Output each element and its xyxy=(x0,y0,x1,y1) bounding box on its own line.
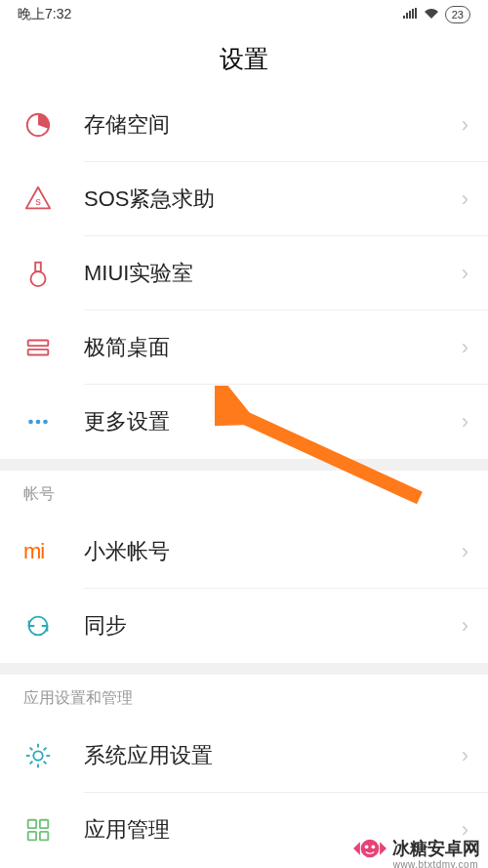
svg-point-25 xyxy=(372,845,376,848)
svg-point-23 xyxy=(361,840,380,858)
svg-line-17 xyxy=(44,748,47,751)
row-storage[interactable]: 存储空间 › xyxy=(0,88,488,162)
mi-logo-icon: mi xyxy=(23,539,84,564)
svg-point-24 xyxy=(365,845,369,848)
svg-rect-19 xyxy=(40,820,48,828)
watermark-text: 冰糖安卓网 xyxy=(392,837,480,860)
row-label: MIUI实验室 xyxy=(84,259,462,288)
row-label: 小米帐号 xyxy=(84,537,462,566)
row-mi-account[interactable]: mi 小米帐号 › xyxy=(0,515,488,589)
svg-text:s: s xyxy=(35,195,41,207)
more-icon xyxy=(23,407,84,436)
signal-icon xyxy=(402,7,418,22)
chevron-right-icon: › xyxy=(462,186,468,212)
row-sos[interactable]: s SOS紧急求助 › xyxy=(0,162,488,236)
row-label: SOS紧急求助 xyxy=(84,185,462,214)
candy-icon xyxy=(353,838,386,859)
section-divider xyxy=(0,459,488,471)
section-divider xyxy=(0,663,488,675)
section-header-app-mgmt: 应用设置和管理 xyxy=(0,675,488,719)
layout-icon xyxy=(23,333,84,362)
sync-icon xyxy=(23,611,84,641)
svg-rect-18 xyxy=(28,820,36,828)
chevron-right-icon: › xyxy=(462,539,468,564)
row-label: 存储空间 xyxy=(84,110,462,140)
row-more-settings[interactable]: 更多设置 › xyxy=(0,385,488,459)
wifi-icon xyxy=(424,7,439,22)
row-label: 同步 xyxy=(84,611,462,641)
sos-icon: s xyxy=(23,185,84,214)
chevron-right-icon: › xyxy=(462,335,468,360)
status-indicators: 23 xyxy=(402,6,470,23)
storage-icon xyxy=(23,110,84,140)
apps-icon xyxy=(23,815,84,845)
row-label: 极简桌面 xyxy=(84,333,462,362)
watermark-url: www.btxtdmy.com xyxy=(393,859,478,868)
row-label: 系统应用设置 xyxy=(84,741,462,770)
chevron-right-icon: › xyxy=(462,409,468,434)
chevron-right-icon: › xyxy=(462,613,468,639)
row-simple-desktop[interactable]: 极简桌面 › xyxy=(0,310,488,385)
chevron-right-icon: › xyxy=(462,261,468,286)
settings-list: 存储空间 › s SOS紧急求助 › MIUI实验室 › 极简桌面 › 更多设置… xyxy=(0,88,488,867)
row-label: 更多设置 xyxy=(84,407,462,436)
chevron-right-icon: › xyxy=(462,112,468,138)
svg-point-6 xyxy=(28,420,33,425)
chevron-right-icon: › xyxy=(462,743,468,768)
status-time: 晚上7:32 xyxy=(18,6,71,23)
svg-rect-4 xyxy=(28,341,49,347)
svg-rect-21 xyxy=(40,832,48,840)
battery-indicator: 23 xyxy=(445,6,470,23)
flask-icon xyxy=(23,259,84,288)
svg-point-7 xyxy=(36,420,41,425)
svg-point-2 xyxy=(31,271,46,286)
section-header-account: 帐号 xyxy=(0,471,488,515)
row-lab[interactable]: MIUI实验室 › xyxy=(0,236,488,310)
status-bar: 晚上7:32 23 xyxy=(0,0,488,29)
svg-line-16 xyxy=(30,762,33,765)
svg-point-9 xyxy=(33,751,42,760)
row-sync[interactable]: 同步 › xyxy=(0,589,488,663)
svg-line-15 xyxy=(44,762,47,765)
row-system-app-settings[interactable]: 系统应用设置 › xyxy=(0,719,488,793)
svg-rect-5 xyxy=(28,350,49,355)
svg-rect-20 xyxy=(28,832,36,840)
page-title: 设置 xyxy=(0,29,488,88)
svg-line-14 xyxy=(30,748,33,751)
svg-point-8 xyxy=(43,420,48,425)
svg-rect-3 xyxy=(35,263,41,271)
watermark: 冰糖安卓网 xyxy=(353,837,480,860)
gear-icon xyxy=(23,741,84,770)
